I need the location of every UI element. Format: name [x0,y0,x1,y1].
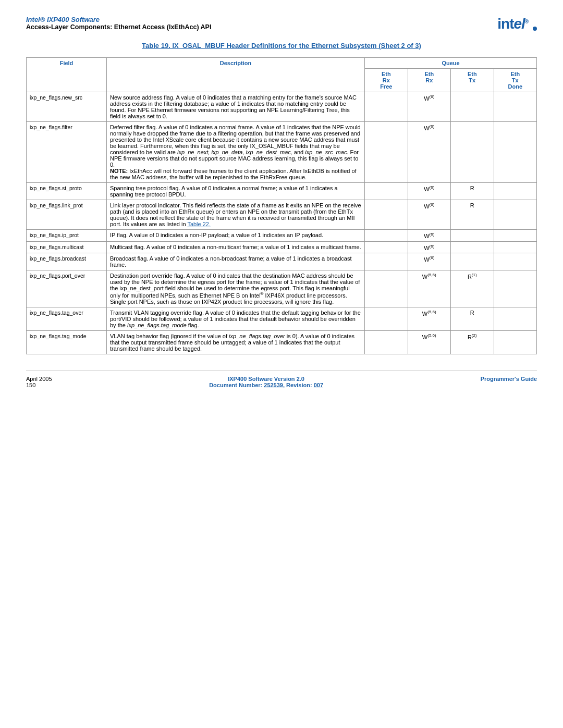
doc-revision: 007 [314,382,323,388]
col-eth-rx-free: EthRxFree [365,69,408,92]
definitions-table: Field Description Queue EthRxFree EthRx … [26,57,537,354]
q-tx [451,92,494,122]
q-tx-done [494,92,537,122]
q-rx-free [365,330,408,354]
footer-left: April 2005 150 [26,376,52,388]
desc-cell: Destination port override flag. A value … [107,270,365,307]
q-rx: W(6) [408,200,451,230]
table-row: ixp_ne_flags.tag_over Transmit VLAN tagg… [27,307,537,330]
col-eth-tx-done: EthTxDone [494,69,537,92]
footer-center: IXP400 Software Version 2.0 Document Num… [209,376,323,388]
description-header: Description [107,58,365,92]
queue-header: Queue [365,58,537,69]
q-rx: W(6) [408,92,451,122]
page-header: Intel® IXP400 Software Access-Layer Comp… [26,16,537,32]
table-row: ixp_ne_flags.broadcast Broadcast flag. A… [27,253,537,270]
table-row: ixp_ne_flags.link_prot Link layer protoc… [27,200,537,230]
q-tx-done [494,200,537,230]
q-tx-done [494,307,537,330]
field-cell: ixp_ne_flags.new_src [27,92,107,122]
q-rx: W(6) [408,241,451,253]
q-tx-done [494,253,537,270]
q-tx [451,122,494,183]
q-tx-done [494,241,537,253]
q-tx-done [494,330,537,354]
q-rx-free [365,253,408,270]
q-tx: R [451,200,494,230]
q-tx [451,253,494,270]
q-tx: R(1) [451,270,494,307]
footer-page: 150 [26,382,52,388]
q-tx-done [494,230,537,242]
table-row: ixp_ne_flags.st_proto Spanning tree prot… [27,183,537,200]
table-row: ixp_ne_flags.filter Deferred filter flag… [27,122,537,183]
footer-doc-number: Document Number: 252539, Revision: 007 [209,382,323,388]
field-cell: ixp_ne_flags.tag_over [27,307,107,330]
q-rx: W(6) [408,253,451,270]
q-rx-free [365,307,408,330]
desc-cell: Broadcast flag. A value of 0 indicates a… [107,253,365,270]
q-rx-free [365,230,408,242]
doc-number: 252539 [264,382,283,388]
field-cell: ixp_ne_flags.broadcast [27,253,107,270]
q-rx-free [365,241,408,253]
field-cell: ixp_ne_flags.filter [27,122,107,183]
registered-mark: ® [525,19,528,24]
header-left: Intel® IXP400 Software Access-Layer Comp… [26,16,211,31]
logo-text: intel® [497,16,528,32]
desc-cell: Transmit VLAN tagging override flag. A v… [107,307,365,330]
table-row: ixp_ne_flags.multicast Multicast flag. A… [27,241,537,253]
q-rx: W(6) [408,230,451,242]
footer-date: April 2005 [26,376,52,382]
field-cell: ixp_ne_flags.st_proto [27,183,107,200]
desc-cell: Multicast flag. A value of 0 indicates a… [107,241,365,253]
field-header: Field [27,58,107,92]
desc-cell: VLAN tag behavior flag (ignored if the v… [107,330,365,354]
q-tx-done [494,122,537,183]
page-title: Table 19. IX_OSAL_MBUF Header Definition… [26,42,537,50]
footer-right: Programmer's Guide [481,376,537,388]
table-row: ixp_ne_flags.new_src New source address … [27,92,537,122]
q-tx-done [494,183,537,200]
q-tx: R [451,183,494,200]
desc-cell: Spanning tree protocol flag. A value of … [107,183,365,200]
intel-logo: intel® [497,16,537,32]
desc-cell: Deferred filter flag. A value of 0 indic… [107,122,365,183]
field-cell: ixp_ne_flags.link_prot [27,200,107,230]
q-rx-free [365,183,408,200]
q-rx-free [365,122,408,183]
footer-doc-title: IXP400 Software Version 2.0 [209,376,323,382]
field-cell: ixp_ne_flags.port_over [27,270,107,307]
logo-dot [533,27,537,31]
col-eth-rx: EthRx [408,69,451,92]
q-tx [451,241,494,253]
desc-cell: New source address flag. A value of 0 in… [107,92,365,122]
col-eth-tx: EthTx [451,69,494,92]
product-name: Intel® IXP400 Software [26,16,211,23]
q-rx-free [365,270,408,307]
q-tx: R [451,307,494,330]
desc-cell: Link layer protocol indicator. This fiel… [107,200,365,230]
q-rx: W(5,6) [408,270,451,307]
field-cell: ixp_ne_flags.multicast [27,241,107,253]
q-rx: W(6) [408,122,451,183]
table-row: ixp_ne_flags.ip_prot IP flag. A value of… [27,230,537,242]
q-rx-free [365,92,408,122]
q-rx: W(6) [408,183,451,200]
page-footer: April 2005 150 IXP400 Software Version 2… [26,370,537,388]
desc-cell: IP flag. A value of 0 indicates a non-IP… [107,230,365,242]
q-tx: R(2) [451,330,494,354]
q-tx-done [494,270,537,307]
field-cell: ixp_ne_flags.tag_mode [27,330,107,354]
table-row: ixp_ne_flags.port_over Destination port … [27,270,537,307]
q-rx: W(5,6) [408,307,451,330]
header-subtitle: Access-Layer Components: Ethernet Access… [26,23,211,31]
q-tx [451,230,494,242]
table-row: ixp_ne_flags.tag_mode VLAN tag behavior … [27,330,537,354]
q-rx-free [365,200,408,230]
q-rx: W(5,6) [408,330,451,354]
field-cell: ixp_ne_flags.ip_prot [27,230,107,242]
